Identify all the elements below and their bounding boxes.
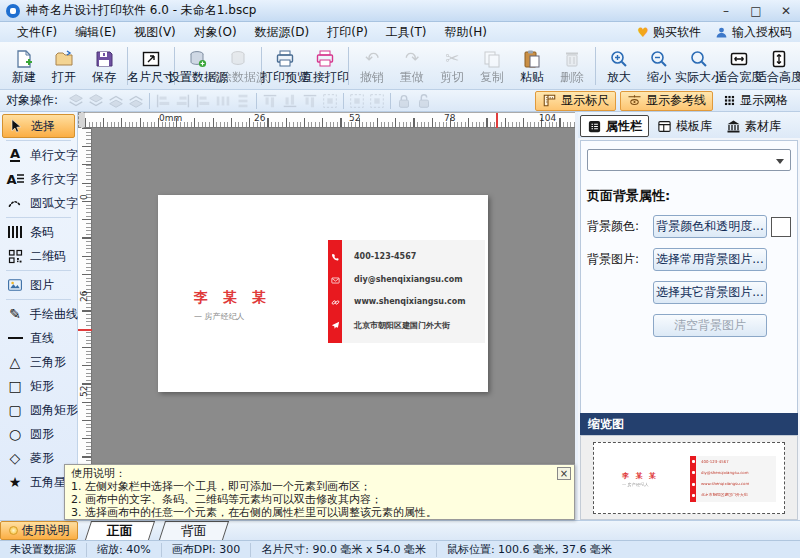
bg-color-swatch[interactable] [771, 217, 791, 237]
tool-freehand-curve[interactable]: ✎手绘曲线 [2, 302, 75, 326]
app-logo-icon [6, 4, 20, 18]
tab-front-side[interactable]: 正面 [85, 521, 155, 540]
tool-circle[interactable]: ○圆形 [2, 422, 75, 446]
actual-size-button[interactable]: 实际大小 [679, 44, 719, 88]
phone-icon [331, 253, 340, 262]
grid-icon [723, 94, 736, 107]
vertical-ruler: 0 26 52 [78, 128, 92, 520]
chevron-down-icon [776, 159, 784, 164]
section-title: 页面背景属性: [587, 187, 791, 205]
usage-instructions-button[interactable]: 使用说明 [0, 521, 78, 540]
show-grid-toggle[interactable]: 显示网格 [717, 91, 794, 111]
menu-help[interactable]: 帮助(H) [436, 22, 496, 43]
menu-object[interactable]: 对象(O) [185, 22, 246, 43]
main-toolbar: 新建 打开 保存 名片尺寸 设置数据源 移除数据源 打印预览 直接打印 ↶撤销 … [0, 42, 800, 90]
card-email-text[interactable]: diy@shenqixiangsu.com [354, 275, 485, 284]
card-red-stripe[interactable] [328, 240, 342, 343]
clipboard-icon [522, 48, 542, 70]
paper-plane-icon [331, 321, 340, 330]
help-close-button[interactable]: × [557, 467, 571, 480]
bg-image-common-button[interactable]: 选择常用背景图片... [653, 248, 767, 271]
card-subtitle-text[interactable]: — 房产经纪人 [194, 311, 245, 322]
panel-tabs: 属性栏 模板库 素材库 [578, 112, 800, 138]
maximize-button[interactable]: □ [748, 4, 764, 18]
distribute-horizontal-icon [213, 92, 233, 110]
fit-width-button[interactable]: 适合宽度 [719, 44, 759, 88]
new-doc-icon [14, 48, 34, 70]
tab-properties[interactable]: 属性栏 [580, 115, 649, 137]
same-size-icon [320, 92, 340, 110]
menu-file[interactable]: 文件(F) [8, 22, 66, 43]
database-remove-icon [228, 48, 248, 70]
zoom-out-button[interactable]: 缩小 [639, 44, 679, 88]
menu-datasource[interactable]: 数据源(D) [246, 22, 319, 43]
menu-tools[interactable]: 工具(T) [377, 22, 436, 43]
card-address-text[interactable]: 北京市朝阳区建国门外大街 [354, 320, 485, 331]
new-button[interactable]: 新建 [4, 44, 44, 88]
status-card-size: 名片尺寸: 90.0 毫米 x 54.0 毫米 [251, 543, 437, 557]
tool-multi-line-text[interactable]: A多行文字 [2, 167, 75, 191]
tab-material-library[interactable]: 素材库 [720, 115, 787, 137]
tool-qrcode[interactable]: 二维码 [2, 244, 75, 268]
multi-text-icon: A [5, 172, 25, 187]
tool-barcode[interactable]: 条码 [2, 220, 75, 244]
tool-arc-text[interactable]: 圆弧文字 [2, 191, 75, 215]
bg-image-label: 背景图片: [587, 251, 649, 268]
license-code-button[interactable]: 输入授权码 [715, 24, 792, 41]
zoom-in-icon [609, 48, 629, 70]
fit-height-button[interactable]: 适合高度 [759, 44, 799, 88]
tool-image[interactable]: 图片 [2, 273, 75, 297]
printer-icon [315, 48, 335, 70]
card-phone-text[interactable]: 400-123-4567 [354, 252, 485, 261]
design-canvas[interactable]: 李 某 某 — 房产经纪人 400-123-4567 diy@shenqixia… [92, 128, 575, 520]
title-bar: 神奇名片设计打印软件 6.0 - 未命名1.bscp – □ ✕ [0, 0, 800, 22]
open-button[interactable]: 打开 [44, 44, 84, 88]
show-ruler-toggle[interactable]: 显示标尺 [535, 91, 616, 111]
redo-icon: ↷ [405, 48, 419, 70]
tool-select[interactable]: 选择 [2, 114, 75, 138]
circle-icon: ○ [5, 426, 25, 442]
tool-single-line-text[interactable]: A单行文字 [2, 143, 75, 167]
menu-print[interactable]: 打印(P) [318, 22, 377, 43]
thumbnail-card-preview[interactable]: 李 某 某 — 房产经纪人 400-123-4567 diy@shenqixia… [593, 442, 785, 514]
selection-frame-icon [347, 92, 367, 110]
tool-triangle[interactable]: △三角形 [2, 350, 75, 374]
menu-edit[interactable]: 编辑(E) [66, 22, 125, 43]
zoom-in-button[interactable]: 放大 [599, 44, 639, 88]
tab-template-library[interactable]: 模板库 [651, 115, 718, 137]
thumb-subtitle: — 房产经纪人 [622, 482, 649, 488]
element-selector-dropdown[interactable] [587, 149, 791, 171]
lock-icon [394, 92, 414, 110]
buy-software-button[interactable]: ♥ 购买软件 [637, 24, 701, 41]
close-button[interactable]: ✕ [778, 4, 794, 18]
card-name-text[interactable]: 李 某 某 [194, 289, 271, 307]
remove-datasource-button: 移除数据源 [218, 44, 258, 88]
card-website-text[interactable]: www.shenqixiangsu.com [354, 297, 485, 306]
mouse-y-indicator [78, 329, 92, 331]
business-card[interactable]: 李 某 某 — 房产经纪人 400-123-4567 diy@shenqixia… [158, 195, 488, 392]
bring-forward-icon [86, 92, 106, 110]
tool-rounded-rectangle[interactable]: ▢圆角矩形 [2, 398, 75, 422]
diamond-icon: ◇ [5, 450, 25, 466]
card-contact-block[interactable]: 400-123-4567 diy@shenqixiangsu.com www.s… [342, 240, 485, 343]
status-dpi: 画布DPI: 300 [162, 543, 252, 557]
tool-rectangle[interactable]: □矩形 [2, 374, 75, 398]
show-guides-toggle[interactable]: 显示参考线 [620, 91, 713, 111]
qrcode-icon [5, 249, 25, 264]
direct-print-button[interactable]: 直接打印 [305, 44, 345, 88]
print-preview-button[interactable]: 打印预览 [265, 44, 305, 88]
card-size-button[interactable]: 名片尺寸 [131, 44, 171, 88]
paste-button[interactable]: 粘贴 [512, 44, 552, 88]
tool-line[interactable]: 直线 [2, 326, 75, 350]
tab-back-side[interactable]: 背面 [159, 521, 229, 540]
bg-color-button[interactable]: 背景颜色和透明度... [653, 215, 767, 238]
bank-icon [726, 119, 741, 134]
minimize-button[interactable]: – [718, 4, 734, 18]
menu-view[interactable]: 视图(V) [125, 22, 185, 43]
rounded-rect-icon: ▢ [5, 402, 25, 418]
help-title: 使用说明： [71, 467, 568, 480]
align-middle-icon [280, 92, 300, 110]
save-button[interactable]: 保存 [84, 44, 124, 88]
cursor-icon [6, 118, 26, 134]
bg-image-other-button[interactable]: 选择其它背景图片... [653, 281, 767, 304]
